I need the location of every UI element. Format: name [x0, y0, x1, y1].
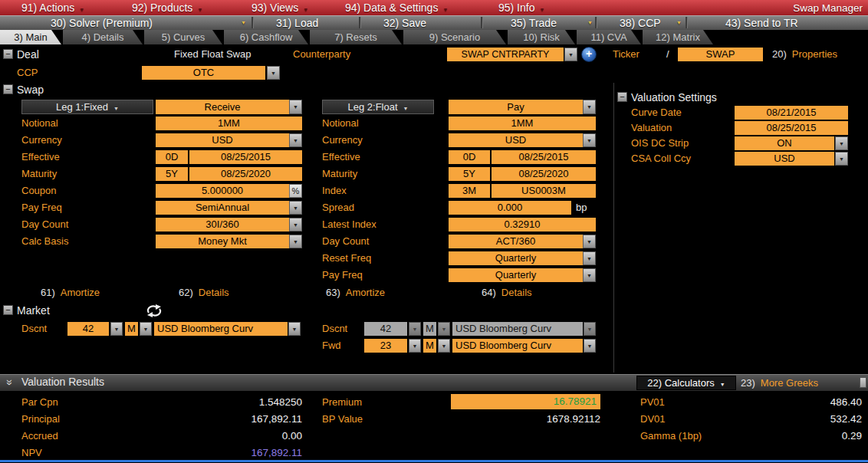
- leg2-fwd-curve-dropdown-button[interactable]: [584, 339, 596, 353]
- ois-dc-strip-select[interactable]: ON: [735, 136, 834, 150]
- tab-scenario[interactable]: 9) Scenario: [403, 30, 506, 44]
- ois-dropdown-button[interactable]: [835, 136, 848, 150]
- menu-data-settings[interactable]: 94) Data & Settings: [345, 0, 448, 15]
- leg1-day-count-select[interactable]: 30I/360: [156, 218, 289, 232]
- leg1-dscnt-tenor-input[interactable]: 42: [67, 322, 109, 336]
- leg2-amortize-link[interactable]: 63)Amortize: [326, 287, 385, 299]
- menu-views[interactable]: 93) Views: [252, 0, 308, 15]
- solver-button[interactable]: 30) Solver (Premium): [51, 15, 153, 30]
- leg1-currency-select[interactable]: USD: [156, 133, 289, 147]
- ccp-button[interactable]: 38) CCP: [620, 15, 661, 30]
- tab-resets[interactable]: 7) Resets: [310, 30, 402, 44]
- tab-cva[interactable]: 11) CVA: [577, 30, 641, 44]
- menu-info[interactable]: 95) Info: [498, 0, 544, 15]
- leg1-direction-select[interactable]: Receive: [156, 100, 289, 114]
- calculators-button[interactable]: 22) Calculators: [636, 376, 736, 390]
- valuation-date-input[interactable]: 08/25/2015: [735, 121, 848, 135]
- leg2-latest-index-field[interactable]: 0.32910: [449, 218, 596, 232]
- leg1-dscnt-tenor-dropdown-button[interactable]: [110, 322, 123, 336]
- leg2-fwd-unit-select[interactable]: M: [423, 339, 436, 353]
- leg2-index-tenor-input[interactable]: 3M: [449, 184, 490, 198]
- add-counterparty-icon[interactable]: [581, 47, 597, 62]
- properties-link[interactable]: 20)Properties: [772, 48, 837, 61]
- collapse-results-chevron-icon[interactable]: [3, 376, 17, 389]
- pv01-label: PV01: [640, 396, 665, 409]
- leg1-dscnt-curve-dropdown-button[interactable]: [288, 322, 301, 336]
- leg2-reset-freq-dropdown-button[interactable]: [583, 251, 596, 265]
- leg2-direction-dropdown-button[interactable]: [583, 100, 596, 114]
- leg1-dscnt-unit-dropdown-button[interactable]: [140, 322, 152, 336]
- leg2-reset-freq-select[interactable]: Quarterly: [449, 251, 583, 265]
- leg2-fwd-curve-select[interactable]: USD Bloomberg Curv: [452, 339, 583, 353]
- tab-cashflow[interactable]: 6) Cashflow: [224, 30, 308, 44]
- menu-products[interactable]: 92) Products: [132, 0, 202, 15]
- load-button[interactable]: 31) Load: [276, 15, 318, 30]
- ccp-dropdown-arrow-icon[interactable]: [676, 15, 682, 30]
- leg1-effective-tenor-input[interactable]: 0D: [156, 150, 188, 164]
- leg2-maturity-tenor-input[interactable]: 5Y: [449, 167, 490, 181]
- leg1-notional-input[interactable]: 1MM: [156, 117, 302, 130]
- tab-matrix[interactable]: 12) Matrix: [643, 30, 713, 44]
- leg2-fwd-tenor-dropdown-button[interactable]: [409, 339, 421, 353]
- leg1-pay-freq-dropdown-button[interactable]: [289, 201, 302, 215]
- results-scroll-handle[interactable]: [860, 377, 866, 388]
- leg1-details-link[interactable]: 62)Details: [179, 287, 229, 299]
- menu-actions[interactable]: 91) Actions: [21, 0, 84, 15]
- leg1-amortize-link[interactable]: 61)Amortize: [41, 287, 100, 299]
- leg1-calc-basis-dropdown-button[interactable]: [289, 235, 302, 248]
- solver-dropdown-arrow-icon[interactable]: [241, 15, 246, 30]
- leg2-pay-freq-select[interactable]: Quarterly: [449, 268, 583, 282]
- leg2-notional-input[interactable]: 1MM: [449, 117, 596, 130]
- save-button[interactable]: 32) Save: [383, 15, 426, 30]
- tab-details[interactable]: 4) Details: [63, 30, 143, 44]
- leg1-direction-dropdown-button[interactable]: [289, 100, 302, 114]
- leg1-dscnt-unit-select[interactable]: M: [125, 322, 138, 336]
- leg2-day-count-dropdown-button[interactable]: [583, 235, 596, 248]
- leg2-effective-tenor-input[interactable]: 0D: [449, 150, 490, 164]
- leg2-pay-freq-dropdown-button[interactable]: [583, 268, 596, 282]
- curve-date-input[interactable]: 08/21/2015: [735, 106, 848, 120]
- collapse-valuation-settings-icon[interactable]: [617, 92, 627, 102]
- counterparty-dropdown-button[interactable]: [564, 48, 577, 61]
- leg2-fwd-unit-dropdown-button[interactable]: [438, 339, 450, 353]
- send-to-tr-button[interactable]: 43) Send to TR: [725, 15, 798, 30]
- more-greeks-link[interactable]: 23)More Greeks: [741, 377, 818, 389]
- leg2-details-link[interactable]: 64)Details: [482, 287, 532, 299]
- leg2-currency-dropdown-button[interactable]: [583, 133, 596, 147]
- premium-input[interactable]: 16.78921: [451, 394, 600, 409]
- leg1-pay-freq-select[interactable]: SemiAnnual: [156, 201, 289, 215]
- trade-button[interactable]: 35) Trade: [511, 15, 557, 30]
- leg1-effective-date-input[interactable]: 08/25/2015: [189, 150, 302, 164]
- leg1-calc-basis-select[interactable]: Money Mkt: [156, 235, 289, 248]
- leg2-header-select[interactable]: Leg 2:Float: [322, 100, 434, 114]
- tab-main[interactable]: 3) Main: [0, 30, 61, 44]
- leg1-currency-dropdown-button[interactable]: [289, 133, 302, 147]
- leg1-maturity-tenor-input[interactable]: 5Y: [156, 167, 188, 181]
- leg1-day-count-dropdown-button[interactable]: [289, 218, 302, 232]
- leg2-fwd-tenor-input[interactable]: 23: [364, 339, 407, 353]
- ccp-select[interactable]: OTC: [142, 66, 265, 80]
- ticker-input[interactable]: SWAP: [678, 48, 763, 61]
- collapse-market-icon[interactable]: [3, 305, 13, 315]
- leg1-coupon-input[interactable]: 5.000000: [156, 184, 289, 198]
- collapse-deal-icon[interactable]: [3, 49, 13, 59]
- leg1-dscnt-curve-select[interactable]: USD Bloomberg Curv: [154, 322, 288, 336]
- collapse-swap-icon[interactable]: [3, 84, 13, 94]
- leg2-day-count-select[interactable]: ACT/360: [449, 235, 583, 248]
- tab-risk[interactable]: 10) Risk: [508, 30, 575, 44]
- trade-dropdown-arrow-icon[interactable]: [587, 15, 593, 30]
- leg1-header-select[interactable]: Leg 1:Fixed: [21, 100, 153, 114]
- counterparty-input[interactable]: SWAP CNTRPARTY: [447, 48, 564, 61]
- leg2-effective-date-input[interactable]: 08/25/2015: [492, 150, 596, 164]
- leg2-currency-select[interactable]: USD: [449, 133, 583, 147]
- csa-coll-ccy-select[interactable]: USD: [735, 152, 834, 166]
- leg2-direction-select[interactable]: Pay: [449, 100, 583, 114]
- tab-curves[interactable]: 5) Curves: [144, 30, 222, 44]
- leg2-index-input[interactable]: US0003M: [492, 184, 596, 198]
- ccp-dropdown-button[interactable]: [267, 66, 280, 80]
- leg2-maturity-date-input[interactable]: 08/25/2020: [492, 167, 596, 181]
- leg1-maturity-date-input[interactable]: 08/25/2020: [189, 167, 302, 181]
- csa-dropdown-button[interactable]: [835, 152, 848, 166]
- leg2-spread-input[interactable]: 0.000: [449, 201, 571, 215]
- refresh-curves-icon[interactable]: [144, 304, 164, 318]
